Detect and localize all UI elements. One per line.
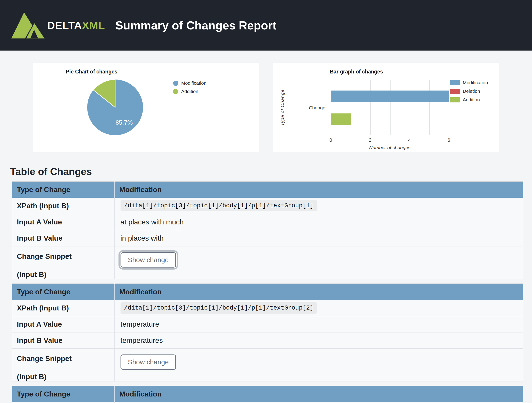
modification-legend-swatch-icon	[450, 80, 460, 85]
table-header-row: Type of Change Modification	[12, 386, 523, 402]
show-change-button[interactable]: Show change	[120, 252, 176, 267]
change-snippet-label-input-b: (Input B)	[17, 270, 110, 279]
pie-legend-item-modification: Modification	[173, 81, 206, 86]
pie-legend-item-addition: Addition	[173, 89, 206, 94]
gridline	[370, 80, 371, 135]
pie-legend: Modification Addition	[173, 81, 206, 97]
change-table-3: Type of Change Modification	[12, 386, 523, 403]
type-of-change-header: Type of Change	[12, 386, 114, 402]
change-table-2: Type of Change Modification XPath (Input…	[12, 284, 523, 381]
table-row: Input A Value temperature	[12, 316, 523, 332]
table-row: Input A Value at places with much	[12, 214, 523, 230]
xpath-label: XPath (Input B)	[12, 198, 114, 214]
type-of-change-header: Type of Change	[12, 181, 114, 198]
table-row: Change Snippet (Input B) Show change	[12, 348, 523, 381]
bar-legend-item-addition: Addition	[450, 97, 488, 102]
deletion-legend-swatch-icon	[450, 89, 460, 94]
show-change-button[interactable]: Show change	[120, 354, 176, 370]
input-b-label: Input B Value	[12, 332, 114, 348]
input-a-label: Input A Value	[12, 214, 114, 230]
logo-xml: XML	[82, 19, 105, 31]
gridline	[390, 80, 391, 135]
table-row: XPath (Input B) /dita[1]/topic[3]/topic[…	[12, 300, 523, 316]
deltaxml-logo-icon	[11, 12, 44, 39]
pie-legend-label: Addition	[181, 89, 198, 94]
change-snippet-label: Change Snippet	[17, 354, 110, 363]
section-heading: Table of Changes	[10, 166, 532, 177]
gridline	[410, 80, 410, 135]
x-tick: 6	[447, 137, 450, 143]
modification-legend-dot-icon	[173, 81, 178, 86]
xpath-label: XPath (Input B)	[12, 300, 114, 316]
change-type-value-header: Modification	[114, 284, 523, 300]
table-row	[12, 402, 523, 403]
bar-legend-item-deletion: Deletion	[450, 88, 488, 94]
bar-chart-title: Bar graph of changes	[330, 69, 383, 75]
input-a-value: at places with much	[114, 214, 523, 230]
bar-legend-item-modification: Modification	[450, 80, 488, 85]
addition-legend-swatch-icon	[450, 97, 460, 102]
logo-delta: DELTA	[47, 19, 82, 31]
table-row: Change Snippet (Input B) Show change	[12, 246, 523, 279]
input-b-value: in places with	[114, 230, 523, 246]
pie-chart-card: Pie Chart of changes 85.7% Modification …	[33, 63, 259, 152]
gridline	[449, 80, 449, 135]
pie-chart	[33, 63, 259, 152]
xpath-value: /dita[1]/topic[3]/topic[1]/body[1]/p[1]/…	[120, 302, 317, 314]
bar-x-axis-ticks: 0 2 4 6	[331, 137, 449, 143]
bar-plot-area	[331, 80, 449, 135]
bar-modification	[331, 91, 449, 102]
change-type-value-header: Modification	[114, 181, 523, 198]
bar-x-axis-label: Number of changes	[331, 145, 449, 150]
pie-legend-label: Modification	[181, 81, 206, 86]
page-title: Summary of Changes Report	[115, 19, 277, 32]
bar-legend: Modification Deletion Addition	[450, 80, 488, 105]
x-tick: 4	[408, 137, 411, 143]
deltaxml-logo-text: DELTAXML	[47, 19, 105, 31]
input-a-value: temperature	[114, 316, 523, 332]
xpath-value: /dita[1]/topic[3]/topic[1]/body[1]/p[1]/…	[120, 200, 317, 211]
type-of-change-header: Type of Change	[12, 284, 114, 300]
bar-chart-card: Bar graph of changes Type of Change Chan…	[273, 63, 499, 152]
bar-y-axis-label: Type of Change	[279, 80, 286, 135]
table-row: XPath (Input B) /dita[1]/topic[3]/topic[…	[12, 198, 523, 214]
addition-legend-dot-icon	[173, 89, 178, 94]
x-tick: 0	[329, 137, 332, 143]
input-a-label: Input A Value	[12, 316, 114, 332]
table-row: Input B Value temperatures	[12, 332, 523, 348]
table-header-row: Type of Change Modification	[12, 284, 523, 300]
bar-legend-label: Addition	[463, 97, 480, 102]
change-table-1: Type of Change Modification XPath (Input…	[12, 181, 523, 279]
bar-addition	[331, 113, 351, 125]
bar-category-label: Change	[296, 105, 325, 111]
input-b-label: Input B Value	[12, 230, 114, 246]
gridline	[429, 80, 430, 135]
gridline	[351, 80, 351, 135]
change-type-value-header: Modification	[114, 386, 523, 402]
change-snippet-label: Change Snippet	[17, 252, 110, 260]
charts-row: Pie Chart of changes 85.7% Modification …	[33, 63, 532, 152]
x-tick: 2	[369, 137, 371, 143]
bar-legend-label: Deletion	[463, 88, 480, 94]
bar-legend-label: Modification	[463, 80, 488, 85]
app-header: DELTAXML Summary of Changes Report	[0, 0, 532, 50]
table-header-row: Type of Change Modification	[12, 181, 523, 198]
table-row: Input B Value in places with	[12, 230, 523, 246]
change-snippet-label-input-b: (Input B)	[17, 373, 110, 381]
pie-slice-percentage: 85.7%	[112, 119, 136, 126]
input-b-value: temperatures	[114, 332, 523, 348]
